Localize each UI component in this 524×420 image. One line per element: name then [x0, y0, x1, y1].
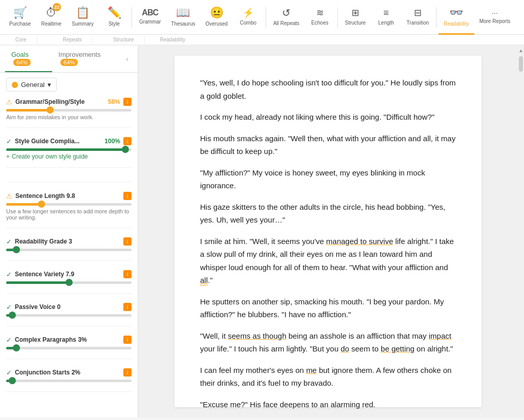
paragraph-2: I cock my head, already not liking where…: [200, 110, 456, 124]
paragraph-8: "Well, it seems as though being an assho…: [200, 329, 456, 356]
echoes-label: Echoes: [311, 20, 328, 26]
goal-sentence-length-title: Sentence Length 9.8: [15, 192, 120, 200]
toolbar-readability[interactable]: 👓 Readability: [439, 0, 474, 35]
info-icon-readability[interactable]: i: [123, 237, 132, 246]
info-icon-conjunction[interactable]: i: [123, 368, 132, 377]
goal-styleguide-slider[interactable]: [6, 148, 132, 151]
goal-conjunction-starts: ✓ Conjunction Starts 2% i: [6, 368, 132, 392]
toolbar-length[interactable]: ≡ Length: [371, 0, 402, 35]
info-icon-passive[interactable]: i: [123, 303, 132, 311]
scroll-up-button[interactable]: ▲: [517, 47, 524, 54]
toolbar-realtime[interactable]: ⏱22 Realtime: [36, 0, 67, 35]
check-icon-readability: ✓: [6, 238, 12, 246]
check-icon-conjunction: ✓: [6, 369, 12, 377]
chevron-down-icon: ▾: [48, 81, 51, 89]
subheader-core-label: Core: [15, 36, 27, 45]
transition-icon: ⊟: [414, 7, 422, 18]
goal-sentence-variety-thumb: [66, 279, 73, 286]
highlight-managed-to-survive: managed to survive: [326, 237, 393, 246]
toolbar-transition[interactable]: ⊟ Transition: [402, 0, 434, 35]
highlight-impact: impact: [429, 331, 451, 340]
goal-sentence-length-thumb: [38, 201, 45, 208]
allrepeats-icon: ↺: [282, 7, 291, 19]
check-icon-complex: ✓: [6, 336, 12, 344]
toolbar-divider-2: [266, 7, 266, 28]
paragraph-5: His gaze skitters to the other adults in…: [200, 201, 456, 227]
scrollbar[interactable]: ▲: [518, 46, 524, 417]
goal-readability-thumb: [13, 246, 20, 253]
toolbar-summary[interactable]: 📋 Summary: [67, 0, 99, 35]
dropdown-label: General: [21, 81, 45, 89]
subheader-readability-label: Readability: [160, 36, 185, 45]
goal-styleguide-title: Style Guide Complia...: [15, 138, 104, 145]
goal-sentence-variety: ✓ Sentence Variety 7.9 i: [6, 270, 132, 294]
subheader-core: Core: [0, 36, 37, 45]
goal-complex-paragraphs-slider[interactable]: [6, 347, 132, 349]
goal-passive-voice-title: Passive Voice 0: [15, 303, 120, 311]
toolbar-thesaurus[interactable]: 📖 Thesaurus: [166, 0, 200, 35]
goal-styleguide-pct: 100%: [104, 138, 120, 145]
paragraph-4: "My affliction?" My voice is honey sweet…: [200, 166, 456, 192]
goals-pct: 64%: [13, 59, 31, 66]
purchase-icon: 🛒: [13, 6, 27, 19]
toolbar-allrepeats[interactable]: ↺ All Repeats: [268, 0, 304, 35]
collapse-button[interactable]: ‹: [122, 46, 133, 72]
toolbar-purchase[interactable]: 🛒 Purchase: [4, 0, 36, 35]
goal-complex-paragraphs: ✓ Complex Paragraphs 3% i: [6, 336, 132, 359]
info-icon-sentence-length[interactable]: i: [123, 192, 132, 200]
toolbar-style[interactable]: ✏️ Style: [99, 0, 129, 35]
info-icon-complex[interactable]: i: [123, 336, 132, 344]
info-icon-grammar[interactable]: i: [123, 98, 132, 106]
goal-passive-voice-slider[interactable]: [6, 314, 132, 317]
combo-label: Combo: [240, 20, 256, 26]
toolbar-grammar[interactable]: ABC Grammar: [134, 0, 166, 35]
goal-sentence-length-header: ⚠ Sentence Length 9.8 i: [6, 192, 132, 200]
info-icon-variety[interactable]: i: [123, 270, 132, 278]
goal-complex-paragraphs-thumb: [13, 344, 20, 351]
goal-grammar: ⚠ Grammar/Spelling/Style 58% i Aim for z…: [6, 98, 132, 128]
realtime-icon: ⏱22: [46, 6, 57, 19]
toolbar-combo[interactable]: ⚡ Combo: [233, 0, 264, 35]
goal-sentence-length-slider[interactable]: [6, 203, 132, 206]
tab-goals[interactable]: Goals 64%: [5, 46, 52, 72]
toolbar-echoes[interactable]: ≋ Echoes: [304, 0, 335, 35]
toolbar-overused[interactable]: 😐 Overused: [201, 0, 233, 35]
toolbar-structure[interactable]: ⊞ Structure: [340, 0, 371, 35]
subheader: Core Repeats Structure Readability: [0, 35, 524, 46]
paragraph-6: I smile at him. "Well, it seems you've m…: [200, 235, 456, 287]
echoes-icon: ≋: [316, 7, 324, 18]
tab-improvements[interactable]: Improvements 64%: [52, 46, 122, 72]
goal-complex-paragraphs-title: Complex Paragraphs 3%: [15, 336, 120, 343]
goal-sentence-variety-slider[interactable]: [6, 281, 132, 284]
toolbar-morereports[interactable]: ··· More Reports: [474, 0, 516, 35]
realtime-label: Realtime: [41, 21, 61, 27]
main-layout: Goals 64% Improvements 64% ‹ General ▾: [0, 46, 524, 417]
thesaurus-label: Thesaurus: [171, 21, 195, 27]
general-dropdown[interactable]: General ▾: [6, 78, 57, 92]
create-style-guide-link[interactable]: + Create your own style guide: [6, 153, 132, 168]
summary-label: Summary: [72, 21, 94, 27]
toolbar-divider-3: [337, 7, 338, 28]
combo-icon: ⚡: [243, 7, 254, 18]
goal-conjunction-starts-thumb: [9, 377, 16, 384]
highlight-all: all: [200, 276, 208, 284]
goal-grammar-desc: Aim for zero mistakes in your work.: [6, 114, 132, 120]
goal-conjunction-starts-slider[interactable]: [6, 380, 132, 382]
realtime-badge: 22: [53, 3, 61, 11]
info-icon-styleguide[interactable]: i: [123, 137, 132, 145]
dropdown-row: General ▾: [6, 78, 132, 92]
sidebar-content: General ▾ ⚠ Grammar/Spelling/Style 58% i…: [0, 73, 138, 406]
subheader-repeats-label: Repeats: [63, 36, 82, 45]
scroll-thumb[interactable]: [519, 56, 523, 72]
sidebar: Goals 64% Improvements 64% ‹ General ▾: [0, 46, 138, 417]
goal-readability-slider[interactable]: [6, 249, 132, 251]
grammar-icon: ABC: [142, 8, 158, 17]
goal-sentence-variety-fill: [6, 281, 69, 284]
goal-grammar-header: ⚠ Grammar/Spelling/Style 58% i: [6, 98, 132, 106]
sidebar-tabs: Goals 64% Improvements 64% ‹: [0, 46, 138, 73]
goal-grammar-slider[interactable]: [6, 109, 132, 112]
document[interactable]: "Yes, well, I do hope schooling isn't to…: [174, 56, 482, 407]
goal-sentence-length: ⚠ Sentence Length 9.8 i Use a few longer…: [6, 192, 132, 228]
length-icon: ≡: [383, 8, 389, 18]
length-label: Length: [378, 20, 394, 26]
